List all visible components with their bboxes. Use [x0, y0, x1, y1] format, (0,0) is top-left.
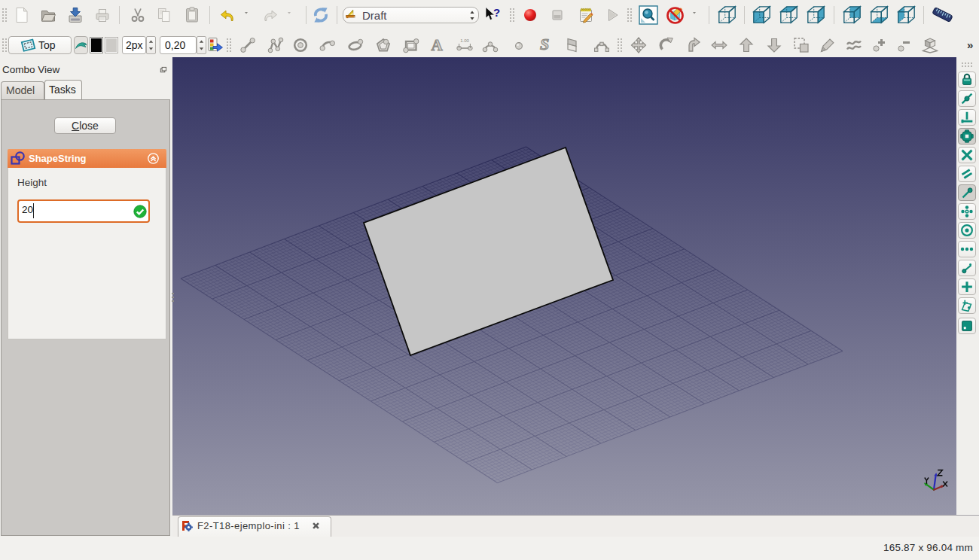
svg-text:?: ?: [493, 6, 500, 19]
svg-text:A: A: [431, 36, 443, 54]
svg-text:S: S: [540, 36, 549, 53]
svg-text:1.00: 1.00: [460, 38, 469, 43]
